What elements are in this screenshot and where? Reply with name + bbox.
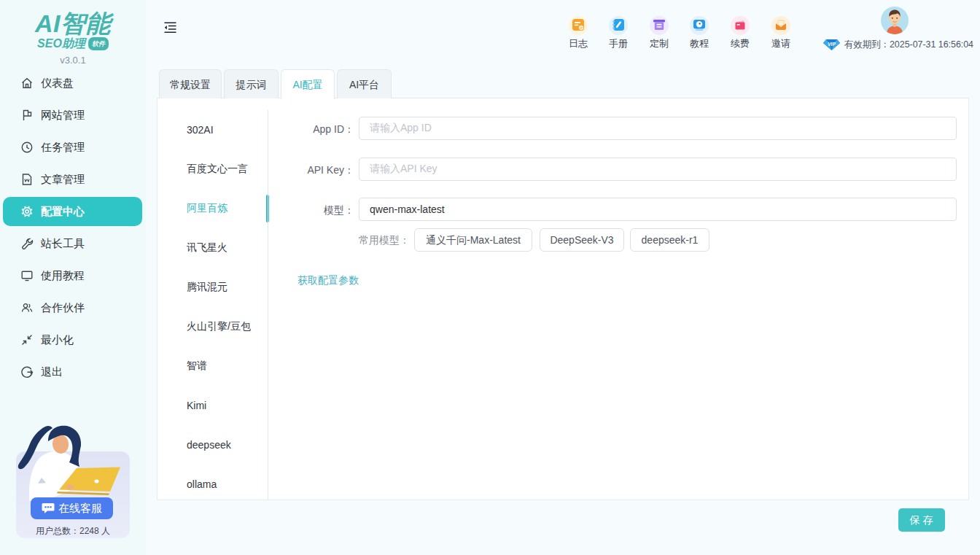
svg-text:VIP: VIP — [828, 41, 836, 46]
